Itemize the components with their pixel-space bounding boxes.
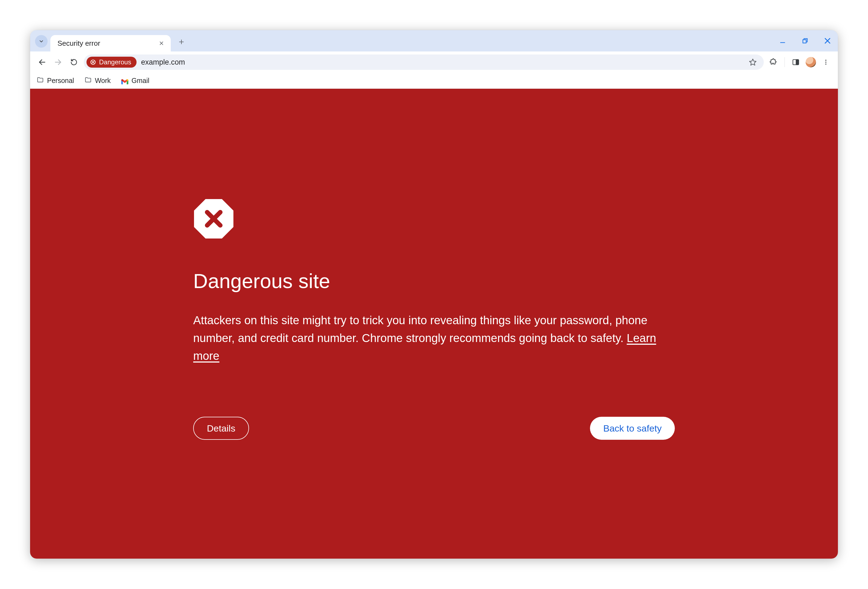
details-button[interactable]: Details bbox=[193, 417, 249, 440]
arrow-left-icon bbox=[38, 58, 46, 66]
profile-avatar-button[interactable] bbox=[806, 57, 816, 67]
tab-security-error[interactable]: Security error bbox=[50, 35, 171, 52]
tab-title: Security error bbox=[58, 39, 100, 47]
tab-close-button[interactable] bbox=[158, 40, 165, 47]
svg-rect-6 bbox=[803, 40, 806, 43]
toolbar: Dangerous example.com bbox=[30, 52, 838, 73]
star-icon bbox=[749, 58, 757, 66]
svg-rect-16 bbox=[796, 60, 799, 65]
bookmark-label: Work bbox=[95, 77, 111, 84]
dangerous-chip-icon bbox=[90, 59, 96, 65]
reload-button[interactable] bbox=[68, 56, 80, 68]
close-icon bbox=[824, 37, 831, 44]
minimize-button[interactable] bbox=[778, 36, 788, 46]
interstitial-body-text: Attackers on this site might try to tric… bbox=[193, 314, 647, 345]
back-to-safety-button[interactable]: Back to safety bbox=[590, 417, 675, 440]
bookmark-label: Personal bbox=[47, 77, 74, 84]
side-panel-icon bbox=[792, 58, 800, 66]
browser-window: Security error bbox=[30, 30, 838, 559]
interstitial-body: Attackers on this site might try to tric… bbox=[193, 311, 675, 365]
omnibox[interactable]: Dangerous example.com bbox=[84, 55, 764, 70]
close-icon bbox=[159, 41, 164, 46]
omnibox-url: example.com bbox=[141, 58, 185, 67]
three-dots-icon bbox=[822, 59, 829, 65]
security-chip-dangerous[interactable]: Dangerous bbox=[87, 57, 137, 68]
bookmark-label: Gmail bbox=[131, 77, 149, 84]
forward-button[interactable] bbox=[52, 56, 64, 68]
chevron-down-icon bbox=[38, 38, 44, 44]
minimize-icon bbox=[779, 37, 786, 44]
maximize-button[interactable] bbox=[800, 36, 810, 46]
search-tabs-button[interactable] bbox=[35, 35, 47, 47]
chrome-menu-button[interactable] bbox=[820, 56, 832, 68]
bookmark-gmail[interactable]: Gmail bbox=[121, 77, 149, 84]
extensions-icon bbox=[770, 58, 777, 66]
window-controls bbox=[778, 30, 833, 52]
back-button[interactable] bbox=[36, 56, 48, 68]
gmail-icon bbox=[121, 78, 128, 83]
dangerous-octagon-icon bbox=[193, 198, 234, 239]
folder-icon bbox=[37, 76, 44, 85]
reload-icon bbox=[70, 58, 78, 66]
close-window-button[interactable] bbox=[822, 36, 833, 46]
safe-browsing-interstitial: Dangerous site Attackers on this site mi… bbox=[30, 89, 838, 559]
tab-strip: Security error bbox=[30, 30, 838, 52]
maximize-icon bbox=[802, 37, 808, 44]
plus-icon bbox=[179, 39, 185, 45]
svg-point-17 bbox=[825, 60, 827, 61]
side-panel-button[interactable] bbox=[790, 56, 802, 68]
bookmark-personal[interactable]: Personal bbox=[37, 76, 74, 85]
arrow-right-icon bbox=[54, 58, 62, 66]
bookmarks-bar: Personal Work Gmail bbox=[30, 73, 838, 89]
interstitial-panel: Dangerous site Attackers on this site mi… bbox=[193, 198, 675, 559]
new-tab-button[interactable] bbox=[176, 36, 187, 47]
extensions-button[interactable] bbox=[768, 56, 779, 68]
interstitial-buttons: Details Back to safety bbox=[193, 417, 675, 440]
svg-marker-14 bbox=[750, 59, 756, 65]
folder-icon bbox=[84, 76, 92, 85]
security-chip-label: Dangerous bbox=[99, 58, 131, 66]
interstitial-heading: Dangerous site bbox=[193, 269, 675, 293]
bookmark-star-button[interactable] bbox=[747, 56, 759, 68]
svg-point-19 bbox=[825, 64, 827, 65]
svg-point-18 bbox=[825, 62, 827, 63]
bookmark-work[interactable]: Work bbox=[84, 76, 111, 85]
